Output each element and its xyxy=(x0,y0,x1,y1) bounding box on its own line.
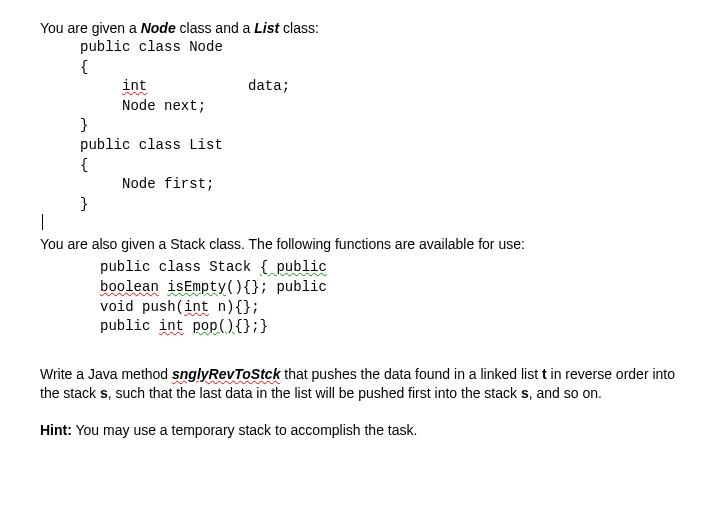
code1-l9: } xyxy=(80,196,88,212)
mid-paragraph: You are also given a Stack class. The fo… xyxy=(40,236,685,252)
task-body4: , and so on. xyxy=(529,385,602,401)
intro-prefix: You are given a xyxy=(40,20,141,36)
c2-l3c: n){}; xyxy=(209,299,259,315)
code-block-classes: public class Node { int data; Node next;… xyxy=(80,38,685,214)
task-paragraph: Write a Java method snglyRevToStck that … xyxy=(40,365,685,404)
code1-l8: Node first; xyxy=(122,176,214,192)
intro-suffix: class: xyxy=(279,20,319,36)
intro-mid: class and a xyxy=(176,20,255,36)
code1-l4: Node next; xyxy=(122,98,206,114)
node-class-name: Node xyxy=(141,20,176,36)
text-cursor-line xyxy=(40,214,685,230)
hint-label: Hint: xyxy=(40,422,72,438)
code1-l7: { xyxy=(80,157,88,173)
intro-line: You are given a Node class and a List cl… xyxy=(40,20,685,36)
c2-l2c: isEmpty xyxy=(167,279,226,295)
task-prefix: Write a Java method xyxy=(40,366,172,382)
c2-l2b xyxy=(159,279,167,295)
c2-l3a: void push( xyxy=(100,299,184,315)
list-class-name: List xyxy=(254,20,279,36)
c2-l4e: {};} xyxy=(234,318,268,334)
c2-l4a: public xyxy=(100,318,159,334)
c2-l3b: int xyxy=(184,299,209,315)
code-block-stack: public class Stack { public boolean isEm… xyxy=(100,258,685,336)
code1-l1: public class Node xyxy=(80,39,223,55)
task-s: s xyxy=(100,385,108,401)
c2-l4d: pop() xyxy=(192,318,234,334)
hint-text: You may use a temporary stack to accompl… xyxy=(72,422,418,438)
task-method: snglyRevToStck xyxy=(172,366,280,382)
c2-l2d: (){}; public xyxy=(226,279,327,295)
task-s2: s xyxy=(521,385,529,401)
task-body1: that pushes the data found in a linked l… xyxy=(280,366,542,382)
code1-l6: public class List xyxy=(80,137,223,153)
mid-text: You are also given a Stack class. The fo… xyxy=(40,236,525,252)
code1-l5: } xyxy=(80,117,88,133)
code1-l2: { xyxy=(80,59,88,75)
task-body3: , such that the last data in the list wi… xyxy=(108,385,521,401)
c2-l4b: int xyxy=(159,318,184,334)
c2-l2a: boolean xyxy=(100,279,159,295)
hint-paragraph: Hint: You may use a temporary stack to a… xyxy=(40,422,685,438)
c2-l1b: { public xyxy=(260,259,327,275)
code1-data: data; xyxy=(248,78,290,94)
c2-l1a: public class Stack xyxy=(100,259,260,275)
cursor-icon xyxy=(42,214,43,230)
code1-int: int xyxy=(122,78,147,94)
